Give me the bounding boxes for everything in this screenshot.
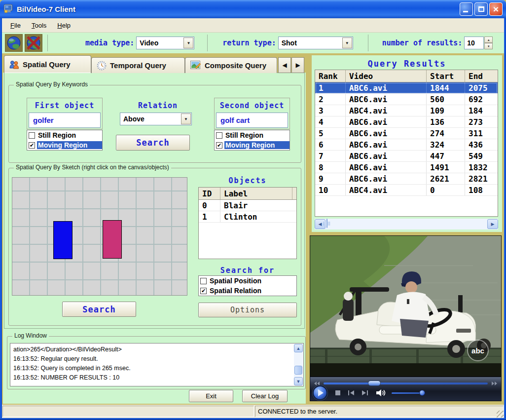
column-header[interactable]: Video: [346, 70, 427, 82]
still-region-option[interactable]: Still Region: [27, 130, 102, 140]
chevron-down-icon[interactable]: [342, 38, 352, 48]
maximize-button[interactable]: [474, 2, 488, 16]
prev-frame-button[interactable]: [348, 390, 354, 395]
media-type-select[interactable]: Video: [136, 37, 194, 49]
relation-select[interactable]: Above: [120, 113, 192, 125]
rewind-icon[interactable]: [314, 382, 320, 385]
query-result-row[interactable]: 10ABC4.avi0108: [315, 185, 498, 196]
sketch-search-button[interactable]: Search: [62, 302, 136, 317]
sketch-group: Spatial Query By Sketch (right click on …: [8, 168, 301, 326]
column-header[interactable]: Label: [220, 188, 292, 199]
query-result-row[interactable]: 1ABC6.avi18442075: [315, 82, 498, 94]
object-row[interactable]: 0Blair: [199, 200, 296, 211]
return-type-select[interactable]: Shot: [278, 37, 353, 49]
spin-down-button[interactable]: [484, 43, 493, 49]
sketch-canvas[interactable]: [12, 177, 187, 296]
scroll-down-button[interactable]: [294, 377, 303, 385]
first-object-input[interactable]: [29, 113, 101, 128]
tab-composite-query[interactable]: Composite Query: [185, 57, 277, 73]
fast-forward-icon[interactable]: [492, 382, 497, 385]
menu-tools[interactable]: Tools: [27, 20, 51, 31]
title-bar[interactable]: BilVideo-7 Client ×: [0, 0, 506, 18]
moving-region-option[interactable]: Moving Region: [215, 140, 289, 150]
search-for-list[interactable]: Spatial Position Spatial Relation: [198, 275, 297, 296]
scroll-right-button[interactable]: [487, 219, 498, 229]
resize-grip[interactable]: [497, 411, 504, 418]
num-results-input[interactable]: [464, 37, 484, 49]
abc-logo-text: abc: [471, 346, 484, 355]
object-row[interactable]: 1Clinton: [199, 211, 296, 223]
num-results-spinner[interactable]: [464, 37, 493, 49]
objects-table[interactable]: ID Label 0Blair1Clinton: [198, 187, 297, 259]
checkbox-checked-icon[interactable]: [29, 142, 35, 149]
query-result-row[interactable]: 8ABC6.avi14911832: [315, 162, 498, 173]
scrollbar-thumb[interactable]: [326, 219, 327, 228]
tab-spatial-query[interactable]: Spatial Query: [4, 55, 91, 73]
scrollbar-thumb[interactable]: [294, 366, 302, 375]
next-frame-button[interactable]: [362, 390, 368, 395]
query-result-row[interactable]: 7ABC6.avi447549: [315, 151, 498, 162]
stop-button[interactable]: [335, 390, 340, 395]
sketch-object-rect[interactable]: [103, 220, 122, 259]
query-result-row[interactable]: 6ABC6.avi324436: [315, 139, 498, 151]
menu-help[interactable]: Help: [53, 20, 75, 31]
query-result-row[interactable]: 2ABC6.avi560692: [315, 94, 498, 105]
results-hscrollbar[interactable]: [315, 219, 498, 229]
checkbox-icon[interactable]: [216, 132, 222, 139]
sketch-group-title: Spatial Query By Sketch (right click on …: [14, 164, 171, 171]
still-region-option[interactable]: Still Region: [215, 130, 289, 140]
scroll-up-button[interactable]: [294, 344, 303, 352]
video-display[interactable]: abc: [310, 235, 502, 377]
query-result-row[interactable]: 4ABC6.avi136273: [315, 116, 498, 128]
connect-button[interactable]: [5, 34, 23, 52]
clear-log-button[interactable]: Clear Log: [242, 390, 288, 402]
column-header[interactable]: Start: [427, 70, 465, 82]
tab-scroll-right-button[interactable]: [291, 57, 304, 73]
column-header[interactable]: Rank: [315, 70, 346, 82]
window-border-bottom: [0, 418, 506, 420]
column-header[interactable]: End: [465, 70, 498, 82]
options-button[interactable]: Options: [198, 303, 297, 317]
minimize-button[interactable]: [460, 2, 473, 16]
checkbox-icon[interactable]: [200, 278, 207, 284]
query-result-row[interactable]: 9ABC6.avi26212821: [315, 173, 498, 185]
disconnect-button[interactable]: [25, 34, 42, 52]
chevron-down-icon[interactable]: [181, 114, 191, 124]
log-scrollbar[interactable]: [294, 344, 303, 385]
sketch-object-rect[interactable]: [53, 221, 72, 259]
query-results-table[interactable]: Rank Video Start End 1ABC6.avi184420752A…: [315, 70, 498, 217]
checkbox-checked-icon[interactable]: [200, 288, 207, 294]
query-result-cell: 311: [465, 128, 498, 139]
exit-button[interactable]: Exit: [189, 390, 233, 402]
chevron-down-icon[interactable]: [183, 38, 193, 48]
log-window[interactable]: ation>265</Duration></BilVideoResult>16:…: [10, 343, 304, 386]
second-object-title: Second object: [215, 98, 289, 110]
mute-button[interactable]: [376, 389, 387, 397]
toolbar-separator: [207, 35, 208, 51]
spatial-relation-option[interactable]: Spatial Relation: [199, 286, 296, 296]
menu-file[interactable]: File: [6, 20, 25, 31]
checkbox-icon[interactable]: [29, 132, 35, 139]
column-header[interactable]: ID: [199, 188, 220, 199]
second-object-input[interactable]: [216, 113, 288, 128]
keywords-search-button[interactable]: Search: [116, 135, 190, 151]
window-title: BilVideo-7 Client: [17, 5, 458, 13]
play-button[interactable]: [313, 385, 327, 400]
tab-scroll-left-button[interactable]: [278, 57, 291, 73]
spatial-position-option[interactable]: Spatial Position: [199, 276, 296, 286]
volume-slider[interactable]: [392, 392, 425, 394]
spin-up-button[interactable]: [484, 37, 493, 43]
checkbox-checked-icon[interactable]: [216, 142, 222, 149]
close-button[interactable]: ×: [489, 2, 503, 16]
query-result-row[interactable]: 3ABC4.avi109184: [315, 105, 498, 116]
seek-thumb[interactable]: [368, 381, 381, 386]
query-result-cell: ABC6.avi: [346, 116, 427, 127]
second-object-region-list[interactable]: Still Region Moving Region: [214, 130, 290, 151]
query-result-row[interactable]: 5ABC6.avi274311: [315, 128, 498, 139]
tab-temporal-query[interactable]: Temporal Query: [91, 57, 185, 73]
query-result-cell: 549: [465, 151, 498, 161]
first-object-region-list[interactable]: Still Region Moving Region: [27, 130, 103, 151]
moving-region-option[interactable]: Moving Region: [27, 140, 102, 150]
volume-thumb[interactable]: [419, 390, 425, 396]
seek-slider[interactable]: [324, 382, 488, 384]
